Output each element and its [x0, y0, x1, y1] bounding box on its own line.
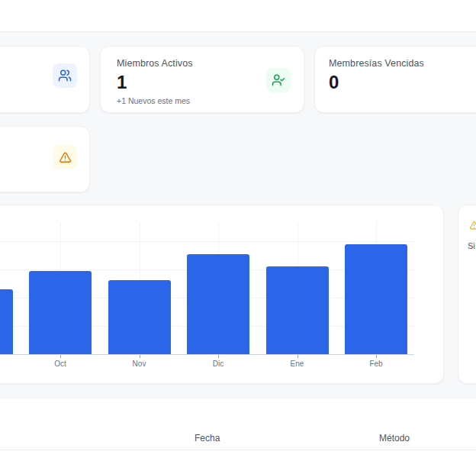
stat-card-memberships-expired: Membresías Vencidas 0: [314, 46, 476, 113]
bar: [345, 244, 407, 354]
stat-subtitle: +1 Nuevos este mes: [117, 96, 193, 105]
x-axis-label: Dic: [195, 360, 241, 368]
alert-triangle-icon: [59, 151, 72, 164]
stat-card-members-total: [0, 46, 90, 113]
x-axis-tick: [60, 355, 61, 358]
x-axis-label: Feb: [353, 360, 399, 368]
table-header-fecha: Fecha: [195, 433, 220, 443]
table-header-metodo: Método: [379, 433, 410, 443]
x-axis-tick: [140, 355, 140, 358]
stat-value: 0: [329, 73, 424, 92]
stat-card-pending-warning: [0, 126, 90, 192]
x-axis-tick: [376, 355, 377, 358]
table-header-divider: [0, 450, 476, 450]
x-axis-line: [0, 354, 414, 355]
alert-triangle-icon: [469, 221, 476, 231]
user-check-icon-badge: [266, 68, 291, 92]
stat-title: Membresías Vencidas: [329, 58, 424, 69]
bar: [266, 266, 329, 354]
x-axis-tick: [218, 355, 219, 358]
x-axis-label: Ene: [275, 360, 320, 368]
bar: [108, 280, 171, 354]
bar: [29, 271, 92, 354]
bar-chart-plot: OctNovDicEneFeb: [0, 205, 443, 383]
stat-title: Miembros Activos: [117, 58, 193, 69]
x-axis-label: Nov: [117, 360, 162, 368]
alerts-panel: Si: [458, 205, 476, 384]
payments-table-section: Fecha Método: [0, 399, 476, 458]
stat-card-members-active: Miembros Activos 1 +1 Nuevos este mes: [100, 46, 304, 113]
x-axis-tick: [298, 355, 298, 358]
topbar: [0, 0, 476, 32]
users-icon-badge: [53, 63, 77, 88]
stat-value: 1: [117, 73, 193, 92]
x-axis-label: Oct: [37, 360, 83, 368]
bar: [0, 289, 13, 354]
dashboard-page: Miembros Activos 1 +1 Nuevos este mes Me…: [0, 0, 476, 458]
monthly-bar-chart-card: OctNovDicEneFeb: [0, 205, 444, 384]
alerts-panel-text: Si: [468, 241, 475, 250]
bar: [187, 254, 249, 354]
user-check-icon: [272, 73, 285, 87]
alert-triangle-icon-badge: [53, 145, 77, 169]
users-icon: [58, 69, 72, 82]
h-gridline: [0, 241, 414, 242]
